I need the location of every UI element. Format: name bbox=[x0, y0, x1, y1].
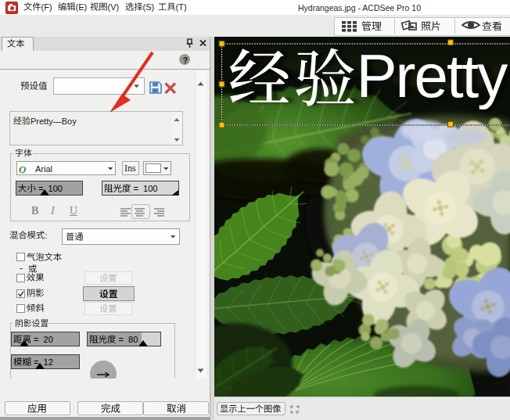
svg-text:= 20: = 20 bbox=[31, 334, 53, 343]
svg-text:= 80: = 80 bbox=[117, 334, 138, 343]
svg-text::: : bbox=[45, 230, 47, 239]
svg-text:Pretty: Pretty bbox=[357, 41, 508, 110]
